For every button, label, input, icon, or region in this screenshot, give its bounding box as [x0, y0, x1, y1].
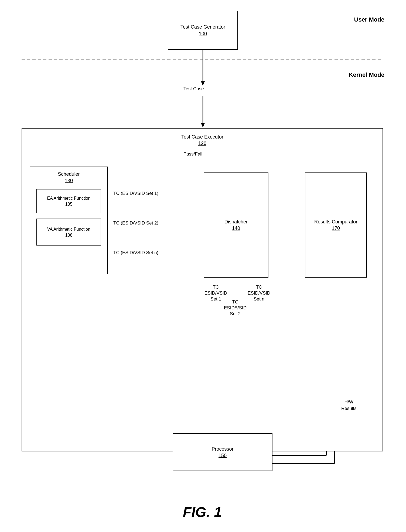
user-mode-label: User Mode — [354, 16, 384, 23]
scheduler-number: 130 — [65, 178, 73, 184]
test-case-generator-box: Test Case Generator 100 — [168, 11, 238, 50]
va-arithmetic-box: VA Arithmetic Function 138 — [36, 219, 101, 246]
tc-set2-label: TC (ESID/VSID Set 2) — [113, 220, 158, 226]
tc-esid-setn-label: TCESID/VSIDSet n — [248, 284, 270, 302]
processor-title: Processor — [211, 446, 233, 452]
rc-number: 170 — [332, 226, 340, 231]
dispatcher-title: Dispatcher — [224, 219, 248, 225]
tcg-number: 100 — [199, 31, 207, 37]
tcg-title: Test Case Generator — [180, 24, 225, 30]
tc-esid-set2-label: TCESID/VSIDSet 2 — [224, 299, 247, 317]
hw-results-label: H/WResults — [341, 399, 357, 412]
processor-number: 150 — [219, 453, 227, 458]
diagram: User Mode Test Case Generator 100 Kernel… — [0, 0, 406, 532]
results-comparator-box: Results Comparator 170 — [305, 172, 367, 278]
tc-setn-label: TC (ESID/VSID Set n) — [113, 250, 158, 255]
figure-label: FIG. 1 — [148, 504, 256, 520]
tc-set1-label: TC (ESID/VSID Set 1) — [113, 191, 158, 196]
svg-marker-1 — [201, 81, 205, 86]
ea-arithmetic-box: EA Arithmetic Function 135 — [36, 189, 101, 213]
svg-marker-3 — [201, 123, 205, 127]
dispatcher-box: Dispatcher 140 — [204, 172, 268, 278]
dispatcher-number: 140 — [232, 226, 240, 231]
pass-fail-label: Pass/Fail — [183, 151, 202, 157]
processor-box: Processor 150 — [173, 433, 272, 471]
ea-number: 135 — [65, 202, 73, 207]
va-number: 138 — [65, 233, 73, 238]
scheduler-title: Scheduler — [58, 171, 80, 177]
va-title: VA Arithmetic Function — [47, 227, 90, 232]
tce-title: Test Case Executor — [181, 134, 223, 140]
tce-number: 120 — [198, 141, 206, 146]
rc-title: Results Comparator — [314, 219, 357, 225]
ea-title: EA Arithmetic Function — [47, 196, 91, 201]
scheduler-box: Scheduler 130 EA Arithmetic Function 135… — [30, 167, 108, 274]
test-case-label: Test Case — [183, 86, 204, 92]
kernel-mode-label: Kernel Mode — [349, 71, 384, 78]
